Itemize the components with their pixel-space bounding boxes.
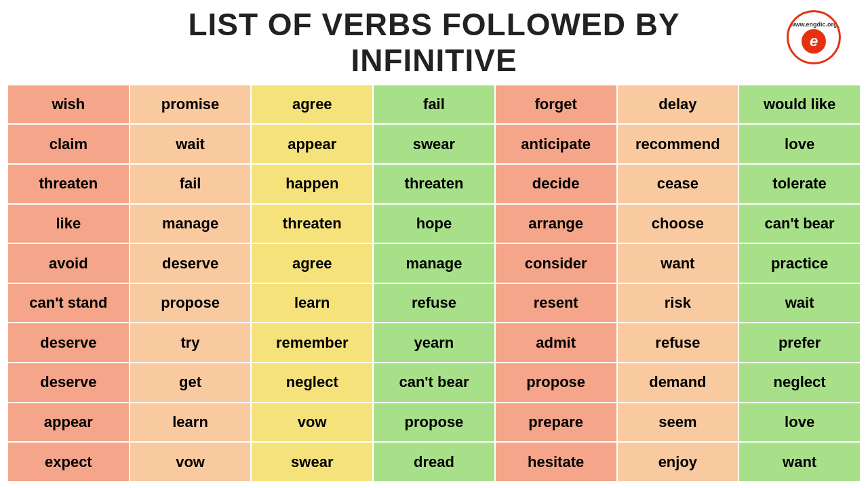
table-cell: recommend xyxy=(617,124,739,164)
table-cell: consider xyxy=(495,243,617,283)
table-cell: promise xyxy=(130,85,252,125)
table-cell: swear xyxy=(373,124,495,164)
table-cell: can't stand xyxy=(7,283,130,323)
logo: www.engdic.org e xyxy=(787,10,841,64)
page-title: LIST OF VERBS FOLLOWED BY INFINITIVE xyxy=(7,7,861,79)
table-cell: agree xyxy=(251,243,373,283)
table-cell: yearn xyxy=(373,323,495,363)
table-cell: try xyxy=(130,323,252,363)
table-cell: propose xyxy=(495,363,617,403)
table-cell: wish xyxy=(7,85,130,125)
table-cell: deserve xyxy=(130,243,252,283)
table-cell: delay xyxy=(617,85,739,125)
table-cell: deserve xyxy=(7,363,130,403)
table-cell: love xyxy=(738,124,861,164)
table-cell: choose xyxy=(617,204,739,244)
table-cell: dread xyxy=(373,442,495,482)
table-cell: remember xyxy=(251,323,373,363)
table-cell: propose xyxy=(130,283,252,323)
table-cell: refuse xyxy=(617,323,739,363)
table-cell: prepare xyxy=(495,403,617,443)
table-cell: vow xyxy=(130,442,252,482)
table-cell: expect xyxy=(7,442,130,482)
table-cell: can't bear xyxy=(373,363,495,403)
table-cell: claim xyxy=(7,124,130,164)
table-cell: wait xyxy=(130,124,252,164)
table-cell: fail xyxy=(373,85,495,125)
table-cell: get xyxy=(130,363,252,403)
table-cell: manage xyxy=(130,204,252,244)
table-cell: agree xyxy=(251,85,373,125)
title-area: LIST OF VERBS FOLLOWED BY INFINITIVE www… xyxy=(7,7,861,79)
table-cell: deserve xyxy=(7,323,130,363)
table-cell: can't bear xyxy=(738,204,861,244)
logo-circle: e xyxy=(802,29,826,54)
table-cell: hesitate xyxy=(495,442,617,482)
table-cell: vow xyxy=(251,403,373,443)
table-cell: forget xyxy=(495,85,617,125)
table-cell: want xyxy=(617,243,739,283)
table-cell: happen xyxy=(251,164,373,204)
verbs-table: wishpromiseagreefailforgetdelaywould lik… xyxy=(7,84,861,483)
table-cell: would like xyxy=(738,85,861,125)
table-cell: learn xyxy=(251,283,373,323)
table-cell: tolerate xyxy=(738,164,861,204)
table-cell: admit xyxy=(495,323,617,363)
table-cell: cease xyxy=(617,164,739,204)
table-cell: threaten xyxy=(373,164,495,204)
table-cell: learn xyxy=(130,403,252,443)
table-cell: appear xyxy=(7,403,130,443)
table-cell: seem xyxy=(617,403,739,443)
table-cell: swear xyxy=(251,442,373,482)
table-cell: fail xyxy=(130,164,252,204)
table-cell: risk xyxy=(617,283,739,323)
table-cell: anticipate xyxy=(495,124,617,164)
table-cell: demand xyxy=(617,363,739,403)
logo-url: www.engdic.org xyxy=(790,21,837,28)
table-cell: hope xyxy=(373,204,495,244)
table-cell: enjoy xyxy=(617,442,739,482)
table-cell: appear xyxy=(251,124,373,164)
table-cell: like xyxy=(7,204,130,244)
logo-letter: e xyxy=(810,33,818,50)
table-cell: decide xyxy=(495,164,617,204)
table-cell: threaten xyxy=(251,204,373,244)
table-cell: manage xyxy=(373,243,495,283)
table-cell: prefer xyxy=(738,323,861,363)
table-cell: love xyxy=(738,403,861,443)
table-cell: neglect xyxy=(251,363,373,403)
table-cell: avoid xyxy=(7,243,130,283)
table-cell: practice xyxy=(738,243,861,283)
table-cell: neglect xyxy=(738,363,861,403)
table-cell: threaten xyxy=(7,164,130,204)
table-cell: refuse xyxy=(373,283,495,323)
table-cell: wait xyxy=(738,283,861,323)
table-container: wishpromiseagreefailforgetdelaywould lik… xyxy=(7,84,861,483)
table-cell: arrange xyxy=(495,204,617,244)
table-cell: propose xyxy=(373,403,495,443)
table-cell: want xyxy=(738,442,861,482)
table-cell: resent xyxy=(495,283,617,323)
